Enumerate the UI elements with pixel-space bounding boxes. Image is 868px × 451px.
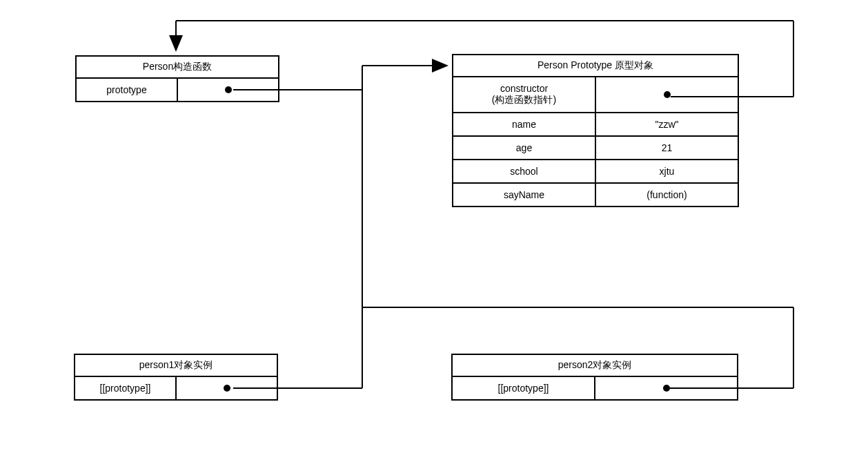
prototype-name-label: name [453, 113, 596, 135]
person1-box-title: person1对象实例 [75, 355, 277, 377]
pointer-dot-icon [663, 385, 670, 392]
person1-prototype-pointer [177, 377, 277, 399]
constructor-box: Person构造函数 prototype [75, 55, 279, 102]
constructor-box-title: Person构造函数 [77, 57, 278, 79]
prototype-constructor-pointer [596, 77, 738, 112]
prototype-row-name: name "zzw" [453, 113, 738, 137]
prototype-row-school: school xjtu [453, 160, 738, 184]
prototype-age-label: age [453, 137, 596, 159]
prototype-sayname-value: (function) [596, 184, 738, 206]
prototype-constructor-label-line2: (构造函数指针) [492, 94, 556, 106]
constructor-prototype-label: prototype [77, 79, 178, 101]
person1-row: [[prototype]] [75, 377, 277, 399]
pointer-dot-icon [664, 91, 671, 98]
person2-prototype-label: [[prototype]] [453, 377, 595, 399]
prototype-school-label: school [453, 160, 596, 182]
prototype-name-value: "zzw" [596, 113, 738, 135]
person2-prototype-pointer [595, 377, 737, 399]
constructor-prototype-pointer [178, 79, 278, 101]
person2-row: [[prototype]] [453, 377, 737, 399]
pointer-dot-icon [225, 86, 232, 93]
person2-box: person2对象实例 [[prototype]] [451, 354, 738, 401]
prototype-box-title: Person Prototype 原型对象 [453, 55, 738, 77]
prototype-age-value: 21 [596, 137, 738, 159]
person1-prototype-label: [[prototype]] [75, 377, 177, 399]
prototype-box: Person Prototype 原型对象 constructor (构造函数指… [452, 54, 739, 207]
person2-box-title: person2对象实例 [453, 355, 737, 377]
prototype-constructor-label: constructor (构造函数指针) [453, 77, 596, 112]
prototype-row-age: age 21 [453, 137, 738, 160]
prototype-row-constructor: constructor (构造函数指针) [453, 77, 738, 113]
prototype-constructor-label-line1: constructor [500, 83, 548, 94]
prototype-sayname-label: sayName [453, 184, 596, 206]
person1-box: person1对象实例 [[prototype]] [74, 354, 278, 401]
constructor-box-row: prototype [77, 79, 278, 101]
prototype-row-sayname: sayName (function) [453, 184, 738, 206]
pointer-dot-icon [224, 385, 230, 392]
prototype-school-value: xjtu [596, 160, 738, 182]
